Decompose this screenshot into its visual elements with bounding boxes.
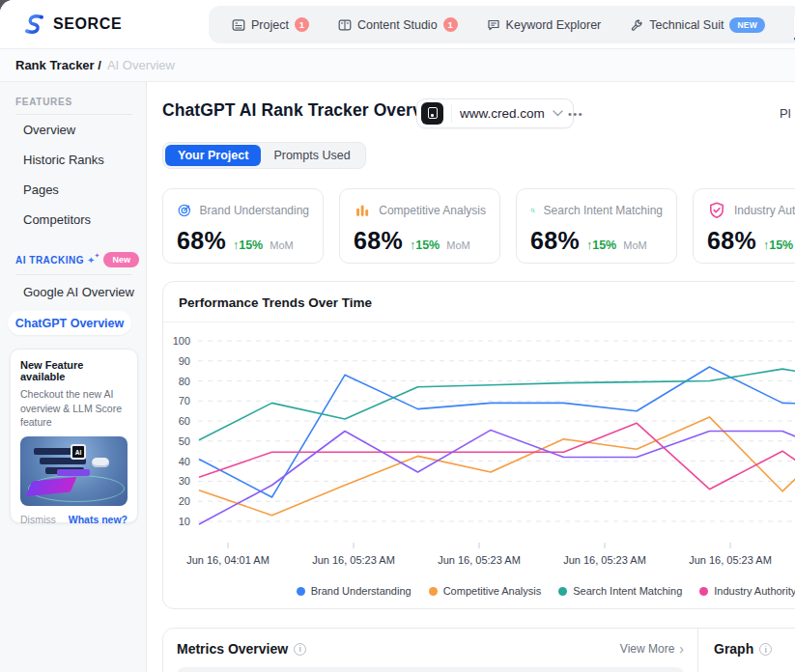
nav-item-technical-suit[interactable]: Technical Suit NEW <box>630 17 765 33</box>
dismiss-button[interactable]: Dismiss <box>20 514 56 525</box>
sidebar-item-overview[interactable]: Overview <box>23 123 75 137</box>
feature-card-body: Checkout the new AI overview & LLM Score… <box>20 387 128 430</box>
ai-chip-icon: AI <box>71 444 86 460</box>
metric-period: MoM <box>270 239 293 251</box>
more-options-button[interactable]: ••• <box>568 108 583 120</box>
nav-item-label: Project <box>251 18 289 32</box>
metrics-overview-panel: Metrics Overview i View More › <box>163 629 697 672</box>
breadcrumb-parent[interactable]: Rank Tracker / <box>15 58 101 72</box>
top-nav: Project 1 Content Studio 1 Keyword Explo… <box>209 6 795 43</box>
svg-text:40: 40 <box>179 456 190 467</box>
ai-tracking-section: AI TRACKING ✦ ✦ New <box>15 252 139 267</box>
legend-item: Industry Authority <box>699 585 795 597</box>
metric-card-brand-understanding: Brand Understanding 68% ↑15% MoM <box>162 188 324 264</box>
domain-selector[interactable]: www.cred.com <box>416 98 574 128</box>
metric-period: MoM <box>446 239 469 251</box>
nav-item-content-studio[interactable]: Content Studio 1 <box>338 17 458 32</box>
project-icon <box>232 18 245 32</box>
svg-text:Jun 16, 05:23 AM: Jun 16, 05:23 AM <box>438 554 521 566</box>
feature-card-title: New Feature available <box>20 359 128 382</box>
metrics-overview-card: Metrics Overview i View More › Graph i <box>162 628 795 672</box>
metric-card-industry-authority: Industry Authority 68% ↑15% MoM <box>693 188 795 264</box>
legend-label: Brand Understanding <box>311 585 412 597</box>
svg-text:Jun 16, 05:23 AM: Jun 16, 05:23 AM <box>312 554 395 566</box>
legend-dot-icon <box>297 587 305 596</box>
metric-value: 68% <box>530 227 580 255</box>
svg-text:80: 80 <box>179 376 190 387</box>
legend-dot-icon <box>699 587 708 596</box>
view-tabs: Your Project Prompts Used <box>162 142 366 169</box>
svg-text:70: 70 <box>179 395 190 406</box>
legend-item: Competitive Analysis <box>429 585 542 597</box>
svg-text:100: 100 <box>173 335 190 347</box>
domain-value: www.cred.com <box>460 106 545 121</box>
brand-name: SEORCE <box>53 15 122 33</box>
panel-shape <box>34 448 74 455</box>
bars-icon <box>354 201 371 220</box>
metric-value: 68% <box>354 227 403 255</box>
metric-label: Industry Authority <box>734 204 795 217</box>
technical-suit-new-badge: NEW <box>729 17 765 33</box>
metric-card-competitive-analysis: Competitive Analysis 68% ↑15% MoM <box>339 188 500 264</box>
legend-dot-icon <box>429 587 438 596</box>
nav-item-label: Content Studio <box>357 18 438 32</box>
metric-period: MoM <box>623 239 646 251</box>
trend-line-chart[interactable]: 100908070605040302010Jun 16, 04:01 AMJun… <box>163 329 795 571</box>
svg-text:10: 10 <box>179 516 190 527</box>
top-bar: SEORCE Project 1 Content Studio 1 Keywor… <box>0 0 795 49</box>
content-studio-icon <box>338 18 352 32</box>
feature-card-illustration: AI <box>20 436 128 506</box>
info-icon[interactable]: i <box>294 643 306 656</box>
divider <box>451 104 452 123</box>
legend-item: Brand Understanding <box>297 585 412 597</box>
nav-item-keyword-explorer[interactable]: Keyword Explorer <box>487 18 602 32</box>
metric-delta: ↑15% <box>586 238 616 252</box>
metric-label: Competitive Analysis <box>379 204 486 217</box>
legend-label: Industry Authority <box>714 585 795 597</box>
technical-suit-icon <box>630 18 643 32</box>
metric-delta: ↑15% <box>763 238 793 252</box>
sidebar-item-historic-ranks[interactable]: Historic Ranks <box>23 153 104 167</box>
legend-item: Search Intent Matching <box>558 585 682 597</box>
page-title: ChatGPT AI Rank Tracker Overview <box>162 100 449 121</box>
svg-text:30: 30 <box>179 475 190 487</box>
whats-new-link[interactable]: Whats new? <box>69 514 128 525</box>
metrics-overview-title: Metrics Overview <box>177 641 288 657</box>
sidebar-item-pages[interactable]: Pages <box>23 182 59 197</box>
metric-delta: ↑15% <box>410 238 440 252</box>
divider <box>15 274 132 275</box>
svg-text:Jun 16, 04:01 AM: Jun 16, 04:01 AM <box>186 554 270 566</box>
brand-logo[interactable]: SEORCE <box>21 12 122 37</box>
tab-your-project[interactable]: Your Project <box>165 145 261 166</box>
sidebar-item-google-ai-overview[interactable]: Google AI Overview <box>23 285 134 299</box>
ai-tracking-label: AI TRACKING <box>15 255 84 266</box>
legend-label: Search Intent Matching <box>573 585 682 597</box>
chevron-down-icon <box>553 110 563 117</box>
chevron-right-icon: › <box>679 641 684 657</box>
legend-dot-icon <box>558 587 567 596</box>
nav-item-project[interactable]: Project 1 <box>232 17 309 32</box>
sidebar-item-chatgpt-overview[interactable]: ChatGPT Overview <box>8 311 131 335</box>
svg-text:Jun 16, 05:23 AM: Jun 16, 05:23 AM <box>689 554 772 566</box>
view-more-link[interactable]: View More › <box>620 641 684 657</box>
content-studio-count-badge: 1 <box>443 17 458 32</box>
svg-text:60: 60 <box>179 415 190 427</box>
info-icon[interactable]: i <box>759 643 772 656</box>
cred-favicon <box>421 102 443 125</box>
project-count-badge: 1 <box>295 17 309 32</box>
metric-value: 68% <box>707 227 756 255</box>
sparkle-icon: ✦ <box>94 252 99 260</box>
divider <box>163 322 795 322</box>
shield-check-icon <box>707 201 726 220</box>
svg-text:50: 50 <box>179 435 190 447</box>
nav-item-label: Keyword Explorer <box>506 18 602 32</box>
panel-shape <box>57 469 90 476</box>
metric-delta: ↑15% <box>233 238 263 252</box>
sidebar-item-competitors[interactable]: Competitors <box>23 212 91 227</box>
svg-text:Jun 16, 05:23 AM: Jun 16, 05:23 AM <box>563 554 646 566</box>
vr-visor-icon <box>92 458 109 467</box>
keyword-explorer-icon <box>487 18 500 32</box>
clipped-right-button[interactable]: Pl <box>780 106 791 121</box>
tab-prompts-used[interactable]: Prompts Used <box>261 145 362 166</box>
ai-tracking-new-badge: New <box>103 252 139 267</box>
